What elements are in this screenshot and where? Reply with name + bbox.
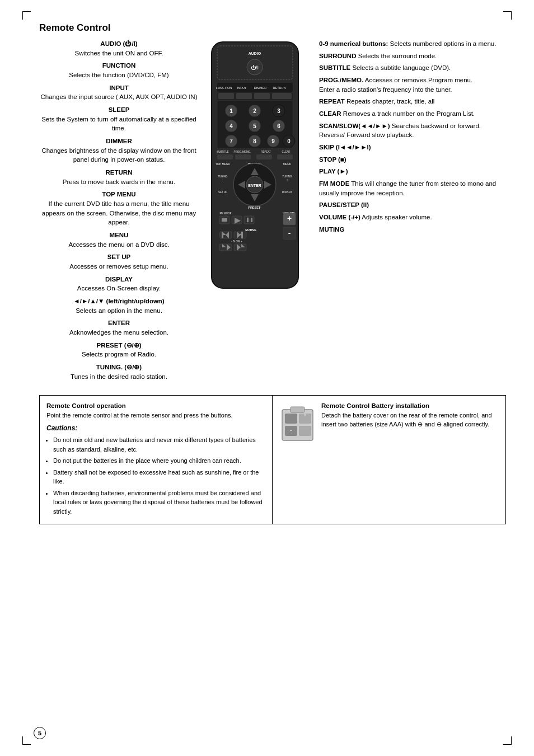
svg-text:PRESET-: PRESET-: [248, 206, 261, 209]
right-item-desc2-prog_memo: Enter a radio station's frequency into t…: [319, 85, 506, 95]
corner-mark-bl: [22, 736, 31, 745]
svg-text:ENTER: ENTER: [248, 184, 261, 187]
svg-text:-: -: [288, 228, 291, 237]
left-item-desc-display: Accesses On-Screen display.: [39, 284, 199, 293]
svg-text:DIMMER: DIMMER: [254, 86, 266, 90]
left-item-desc-top_menu: If the current DVD title has a menu, the…: [39, 199, 199, 227]
svg-rect-41: [217, 154, 233, 159]
left-item-desc-tuning: Tunes in the desired radio station.: [39, 372, 199, 382]
svg-rect-11: [218, 93, 234, 99]
svg-rect-44: [277, 154, 293, 159]
left-item-title-directions: ◄/►/▲/▼ (left/right/up/down): [73, 298, 164, 304]
right-item-title-prog_memo: PROG./MEMO.: [319, 77, 363, 83]
left-item-title-audio: AUDIO (⏻/I): [100, 40, 137, 47]
right-item-play: PLAY (►): [319, 167, 506, 176]
svg-text:2: 2: [253, 108, 256, 114]
caution-item: Do not mix old and new batteries and nev…: [53, 435, 265, 454]
svg-rect-92: [291, 407, 305, 412]
bottom-right-panel: + - Remote Control Battery installation …: [273, 396, 505, 524]
svg-text:CLEAR: CLEAR: [282, 151, 291, 153]
right-item-title-repeat: REPEAT: [319, 98, 345, 105]
right-item-title-clear: CLEAR: [319, 110, 341, 117]
svg-text:RETURN: RETURN: [273, 86, 285, 90]
left-column: AUDIO (⏻/I)Switches the unit ON and OFF.…: [39, 39, 199, 385]
svg-text:7: 7: [229, 138, 233, 144]
page-number: 5: [34, 727, 46, 739]
right-column: 0-9 numerical buttons: Selects numbered …: [311, 39, 506, 385]
right-item-subtitle: SUBTITLE Selects a subtitle language (DV…: [319, 63, 506, 73]
svg-text:TOP MENU: TOP MENU: [215, 162, 230, 166]
left-item-title-input: INPUT: [109, 84, 129, 91]
svg-text:4: 4: [229, 123, 233, 129]
left-item-desc-directions: Selects an option in the menu.: [39, 306, 199, 316]
svg-rect-69: [247, 218, 249, 222]
left-item-desc-dimmer: Changes brightness of the display window…: [39, 146, 199, 165]
right-item-desc-surround: Selects the surround mode.: [356, 53, 437, 59]
left-item-desc-function: Selects the function (DVD/CD, FM): [39, 71, 199, 80]
left-item-desc-menu: Accesses the menu on a DVD disc.: [39, 240, 199, 250]
page: Remote Control AUDIO (⏻/I)Switches the u…: [0, 0, 534, 756]
svg-rect-12: [236, 93, 252, 99]
right-item-title-play: PLAY (►): [319, 168, 348, 175]
right-item-title-stop: STOP (■): [319, 156, 346, 163]
left-item-title-function: FUNCTION: [102, 62, 135, 69]
left-item-desc-input: Changes the input source ( AUX, AUX OPT,…: [39, 92, 199, 102]
left-item-title-dimmer: DIMMER: [106, 138, 132, 144]
remote-image-column: AUDIO ⏻/I FUNCTION INPUT DIMMER RETURN: [199, 39, 311, 385]
svg-text:-: -: [290, 427, 292, 433]
left-item-title-tuning: TUNING. (⊖/⊕): [96, 364, 142, 370]
right-item-muting: MUTING: [319, 225, 506, 234]
svg-text:9: 9: [271, 138, 275, 144]
svg-text:AUDIO: AUDIO: [248, 51, 261, 55]
caution-item: Do not put the batteries in the place wh…: [53, 456, 265, 466]
svg-text:MENU: MENU: [283, 162, 291, 166]
right-item-title-subtitle: SUBTITLE: [319, 64, 350, 71]
remote-control-image: AUDIO ⏻/I FUNCTION INPUT DIMMER RETURN: [206, 39, 304, 293]
svg-rect-96: [299, 426, 311, 436]
right-item-desc-volume: Adjusts speaker volume.: [360, 214, 432, 220]
svg-text:SUBTITLE: SUBTITLE: [217, 151, 229, 153]
left-item-title-return: RETURN: [106, 169, 133, 176]
svg-rect-65: [222, 218, 227, 222]
bottom-right-title: Remote Control Battery installation: [321, 401, 499, 411]
right-item-title-surround: SURROUND: [319, 53, 356, 59]
caution-item: When discarding batteries, environmental…: [53, 489, 265, 516]
svg-rect-70: [251, 218, 252, 222]
corner-mark-tr: [503, 11, 512, 20]
left-item-title-menu: MENU: [110, 232, 129, 238]
svg-rect-14: [272, 93, 292, 99]
right-item-title-skip: SKIP (I◄◄/►►I): [319, 144, 371, 151]
svg-text:TUNING: TUNING: [282, 175, 292, 178]
corner-mark-br: [503, 736, 512, 745]
right-item-stop: STOP (■): [319, 155, 506, 165]
right-item-desc-prog_memo: Accesses or removes Program menu.: [363, 77, 472, 83]
bottom-section: Remote Control operation Point the remot…: [39, 395, 506, 525]
svg-text:+: +: [286, 179, 288, 181]
svg-rect-93: [285, 414, 297, 424]
svg-text:0: 0: [287, 138, 291, 144]
svg-text:⏻/I: ⏻/I: [250, 65, 258, 71]
cautions-list: Do not mix old and new batteries and nev…: [46, 435, 265, 516]
bottom-right-text: Remote Control Battery installation Deta…: [321, 401, 499, 519]
cautions-title: Cautions:: [46, 423, 265, 433]
svg-text:+: +: [303, 412, 307, 418]
right-item-volume: VOLUME (-/+) Adjusts speaker volume.: [319, 213, 506, 222]
svg-text:8: 8: [253, 138, 256, 144]
svg-text:PROG./MEMO.: PROG./MEMO.: [233, 151, 251, 153]
right-item-title-muting: MUTING: [319, 226, 344, 233]
right-item-fm_mode: FM MODE This will change the tuner from …: [319, 179, 506, 198]
left-item-title-set_up: SET UP: [107, 253, 131, 260]
right-item-skip: SKIP (I◄◄/►►I): [319, 143, 506, 152]
right-item-clear: CLEAR Removes a track number on the Prog…: [319, 109, 506, 119]
svg-text:REPEAT: REPEAT: [261, 151, 271, 153]
page-title: Remote Control: [39, 22, 506, 34]
left-item-title-display: DISPLAY: [105, 276, 133, 283]
left-item-desc-audio: Switches the unit ON and OFF.: [39, 49, 199, 58]
right-item-title-fm_mode: FM MODE: [319, 180, 349, 187]
svg-text:1: 1: [229, 108, 233, 114]
svg-text:3: 3: [277, 108, 280, 114]
right-item-title-volume: VOLUME (-/+): [319, 214, 360, 220]
right-item-title-scan_slow: SCAN/SLOW(◄◄/►►): [319, 123, 390, 129]
svg-rect-81: [241, 232, 243, 238]
left-item-desc-return: Press to move back wards in the menu.: [39, 177, 199, 187]
